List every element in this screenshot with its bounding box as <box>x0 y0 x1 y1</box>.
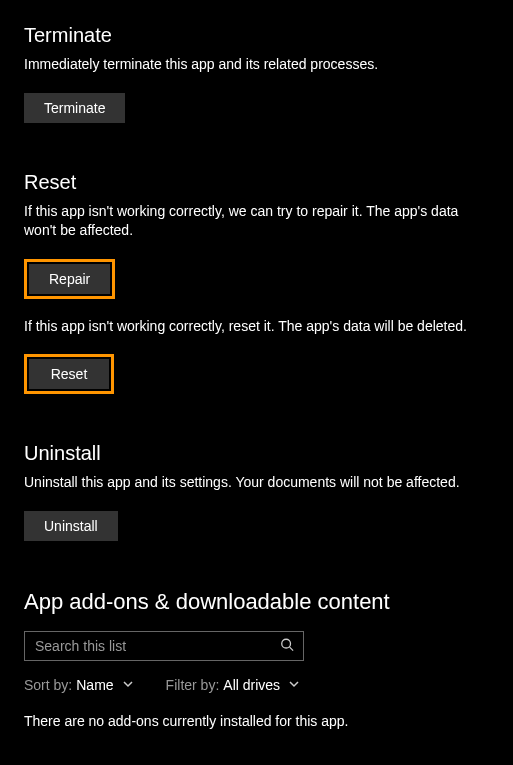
repair-description: If this app isn't working correctly, we … <box>24 202 489 241</box>
sort-label: Sort by: <box>24 677 72 693</box>
uninstall-button[interactable]: Uninstall <box>24 511 118 541</box>
terminate-description: Immediately terminate this app and its r… <box>24 55 489 75</box>
repair-button-highlight: Repair <box>24 259 115 299</box>
chevron-down-icon <box>288 677 300 693</box>
sort-value: Name <box>76 677 113 693</box>
filter-row: Sort by: Name Filter by: All drives <box>24 677 489 693</box>
search-wrapper <box>24 631 304 661</box>
filter-value: All drives <box>223 677 280 693</box>
filter-label: Filter by: <box>166 677 220 693</box>
uninstall-description: Uninstall this app and its settings. You… <box>24 473 489 493</box>
uninstall-title: Uninstall <box>24 442 489 465</box>
reset-title: Reset <box>24 171 489 194</box>
addons-title: App add-ons & downloadable content <box>24 589 489 615</box>
chevron-down-icon <box>122 677 134 693</box>
repair-button[interactable]: Repair <box>29 264 110 294</box>
terminate-button[interactable]: Terminate <box>24 93 125 123</box>
terminate-section: Terminate Immediately terminate this app… <box>24 24 489 123</box>
terminate-title: Terminate <box>24 24 489 47</box>
reset-button-highlight: Reset <box>24 354 114 394</box>
reset-section: Reset If this app isn't working correctl… <box>24 171 489 395</box>
addons-search-input[interactable] <box>24 631 304 661</box>
reset-description: If this app isn't working correctly, res… <box>24 317 489 337</box>
addons-section: App add-ons & downloadable content Sort … <box>24 589 489 729</box>
reset-button[interactable]: Reset <box>29 359 109 389</box>
addons-empty-text: There are no add-ons currently installed… <box>24 713 489 729</box>
sort-by-dropdown[interactable]: Sort by: Name <box>24 677 134 693</box>
uninstall-section: Uninstall Uninstall this app and its set… <box>24 442 489 541</box>
filter-by-dropdown[interactable]: Filter by: All drives <box>166 677 300 693</box>
